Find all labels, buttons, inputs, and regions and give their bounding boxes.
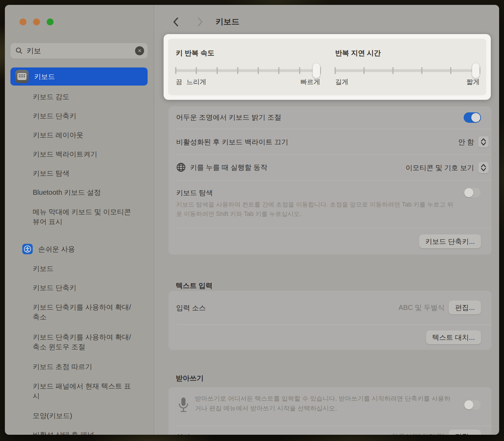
slider-tick-label: 길게 (335, 78, 348, 87)
sidebar-item-zoom-shortcuts[interactable]: 키보드 단축키를 사용하여 확대/축소 (10, 297, 148, 327)
keyboard-nav-description: 키보드 탐색을 사용하여 컨트롤 간에 초점을 이동합니다. 초점을 앞으로 이… (176, 200, 458, 219)
sidebar-item-accessibility[interactable]: 손쉬운 사용 (10, 239, 148, 259)
input-source-row: 입력 소스 ABC 및 두벌식 편집... (168, 291, 491, 324)
brightness-label: 어두운 조명에서 키보드 밝기 조절 (176, 113, 281, 122)
slider-thumb[interactable] (472, 63, 480, 78)
sidebar-item-keyboard[interactable]: 키보드 (10, 67, 148, 86)
input-source-edit-button[interactable]: 편집... (449, 300, 481, 314)
clear-search-icon[interactable]: ✕ (135, 46, 144, 55)
repeat-settings-card: 키 반복 속도 끔느리게빠르게 반복 지연 시간 길게짧게 (168, 39, 486, 95)
key-repeat-group: 키 반복 속도 끔느리게빠르게 (176, 39, 320, 95)
slider-tick-label: 빠르게 (300, 78, 320, 87)
search-input[interactable]: 키보 ✕ (10, 43, 148, 58)
slider-thumb[interactable] (313, 63, 320, 78)
keyboard-shortcuts-button[interactable]: 키보드 단축키... (419, 234, 481, 248)
globe-action-value: 이모티콘 및 기호 보기 (405, 163, 474, 173)
shortcuts-button-row: 키보드 단축키... (176, 228, 491, 255)
language-value: 한국어(대한민국) (391, 432, 444, 435)
main-pane: 키보드 키 반복 속도 끔느리게빠르게 반복 지연 시간 길게짧게 (154, 5, 499, 435)
toggle-knob (464, 400, 473, 409)
sidebar: 키보 ✕ 키보드 키보드 감도 키보드 단축키 키보드 레이아웃 키보드 백라이… (5, 5, 154, 435)
text-input-section-title: 텍스트 입력 (176, 281, 213, 290)
toggle-knob (464, 188, 473, 197)
text-replacements-button[interactable]: 텍스트 대치... (426, 330, 481, 344)
slider-tick (421, 67, 423, 74)
key-repeat-label: 키 반복 속도 (176, 48, 214, 58)
toggle-knob (471, 113, 480, 122)
text-replace-row: 텍스트 대치... (176, 324, 491, 350)
window-controls (19, 18, 54, 25)
repeat-delay-label: 반복 지연 시간 (335, 48, 381, 58)
sidebar-item-inactive-panel[interactable]: 비활성 상태 후 패널 (10, 425, 148, 435)
globe-icon (176, 162, 186, 172)
keyboard-nav-row: 키보드 탐색 키보드 탐색을 사용하여 컨트롤 간에 초점을 이동합니다. 초점… (176, 180, 491, 228)
slider-tick (334, 67, 336, 74)
sidebar-item-menubar-viewer[interactable]: 메뉴 막대에 키보드 및 이모티콘 뷰어 표시 (10, 202, 148, 232)
slider-tick (278, 67, 279, 74)
sidebar-item-zoom-window[interactable]: 키보드 단축키를 사용하여 확대/축소 윈도우 조절 (10, 327, 148, 357)
forward-button[interactable] (195, 17, 205, 27)
desktop-wallpaper: 키보 ✕ 키보드 키보드 감도 키보드 단축키 키보드 레이아웃 키보드 백라이… (0, 0, 504, 441)
sidebar-item-keyboard-sensitivity[interactable]: 키보드 감도 (10, 87, 148, 106)
slider-tick (258, 67, 259, 74)
backlight-off-value: 안 함 (458, 137, 474, 147)
backlight-off-stepper[interactable] (478, 136, 489, 147)
sidebar-item-keyboard-shortcuts[interactable]: 키보드 단축키 (10, 106, 148, 125)
keyboard-icon (15, 70, 29, 83)
keyboard-nav-toggle[interactable] (464, 187, 481, 198)
magnifier-icon (15, 47, 23, 55)
accessibility-icon (22, 244, 33, 254)
slider-tick (363, 67, 365, 74)
slider-tick (237, 67, 238, 74)
back-button[interactable] (171, 17, 181, 27)
globe-action-row: 키를 누를 때 실행할 동작 이모티콘 및 기호 보기 (176, 154, 491, 180)
dictation-toggle[interactable] (464, 400, 481, 410)
repeat-delay-slider[interactable] (335, 69, 480, 72)
language-edit-button[interactable]: 편집... (449, 430, 481, 435)
key-repeat-tick-labels: 끔느리게빠르게 (176, 78, 320, 88)
repeat-delay-tick-labels: 길게짧게 (335, 78, 480, 88)
minimize-button[interactable] (33, 18, 40, 25)
sidebar-item-acc-shortcuts[interactable]: 키보드 단축키 (10, 278, 148, 297)
brightness-row: 어두운 조명에서 키보드 밝기 조절 (168, 106, 491, 129)
backlight-off-label: 비활성화된 후 키보드 백라이트 끄기 (176, 137, 288, 147)
sidebar-item-label: 키보드 (34, 72, 55, 81)
slider-tick-label: 느리게 (187, 78, 206, 87)
zoom-button[interactable] (47, 18, 54, 25)
sidebar-item-appearance-keyboard[interactable]: 모양(키보드) (10, 406, 148, 425)
microphone-icon (178, 397, 189, 415)
text-input-card: 입력 소스 ABC 및 두벌식 편집... 텍스트 대치... (168, 291, 491, 350)
slider-tick (392, 67, 394, 74)
search-value: 키보 (26, 46, 135, 56)
input-source-label: 입력 소스 (176, 303, 206, 313)
slider-tick (175, 67, 176, 74)
slider-tick (196, 67, 197, 74)
dictation-description: 받아쓰기로 어디서든 텍스트를 입력할 수 있습니다. 받아쓰기를 시작하려면 … (195, 394, 452, 414)
sidebar-item-keyboard-backlight[interactable]: 키보드 백라이트켜기 (10, 144, 148, 163)
globe-action-stepper[interactable] (478, 162, 489, 173)
slider-tick (299, 67, 300, 74)
brightness-toggle[interactable] (464, 112, 481, 123)
language-label: 언어 (176, 432, 190, 435)
dictation-card: 받아쓰기로 어디서든 텍스트를 입력할 수 있습니다. 받아쓰기를 시작하려면 … (168, 387, 491, 435)
sidebar-item-keyboard-navigation[interactable]: 키보드 탐색 (10, 163, 148, 183)
slider-tick-label: 끔 (176, 78, 182, 87)
close-button[interactable] (19, 18, 26, 25)
input-source-value: ABC 및 두벌식 (399, 303, 444, 312)
system-settings-window: 키보 ✕ 키보드 키보드 감도 키보드 단축키 키보드 레이아웃 키보드 백라이… (5, 5, 499, 435)
sidebar-item-bluetooth-keyboard[interactable]: Bluetooth 키보드 설정 (10, 183, 148, 202)
slider-tick (216, 67, 218, 74)
sidebar-item-panel-current-text[interactable]: 키보드 패널에서 현재 텍스트 표시 (10, 376, 148, 406)
dictation-row: 받아쓰기로 어디서든 텍스트를 입력할 수 있습니다. 받아쓰기를 시작하려면 … (168, 387, 491, 426)
sidebar-nav: 키보드 키보드 감도 키보드 단축키 키보드 레이아웃 키보드 백라이트켜기 키… (10, 67, 148, 435)
sidebar-item-follow-focus[interactable]: 키보드 초점 따르기 (10, 357, 148, 376)
repeat-delay-group: 반복 지연 시간 길게짧게 (335, 39, 480, 95)
highlight-spotlight: 키 반복 속도 끔느리게빠르게 반복 지연 시간 길게짧게 (164, 34, 491, 100)
dictation-language-row: 언어 한국어(대한민국) 편집... (176, 426, 491, 435)
keyboard-options-card: 어두운 조명에서 키보드 밝기 조절 비활성화된 후 키보드 백라이트 끄기 안… (168, 106, 491, 255)
sidebar-item-acc-keyboard[interactable]: 키보드 (10, 259, 148, 278)
sidebar-item-keyboard-layouts[interactable]: 키보드 레이아웃 (10, 125, 148, 144)
page-title: 키보드 (215, 16, 239, 27)
key-repeat-slider[interactable] (176, 69, 320, 72)
dictation-section-title: 받아쓰기 (176, 374, 204, 383)
